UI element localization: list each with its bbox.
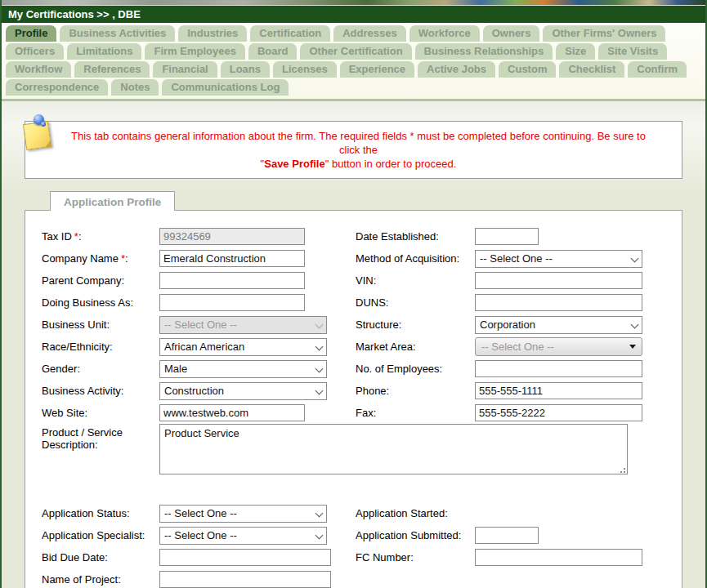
selected-value: -- Select One -- bbox=[481, 341, 554, 353]
duns-label: DUNS: bbox=[356, 296, 475, 309]
selected-value: Construction bbox=[164, 385, 224, 397]
no-of-employees-input[interactable] bbox=[475, 360, 642, 377]
notice-save-profile-text: Save Profile bbox=[264, 158, 324, 170]
tab-row-3: Workflow References Financial Loans Lice… bbox=[6, 61, 702, 78]
chevron-down-icon bbox=[630, 254, 640, 264]
race-ethnicity-select[interactable]: African American bbox=[159, 338, 327, 356]
tab-business-activities[interactable]: Business Activities bbox=[60, 25, 175, 42]
application-specialist-label: Application Specialist: bbox=[42, 529, 159, 541]
note-paper-icon bbox=[23, 121, 51, 150]
row-product-service: Product / Service Description: Product S… bbox=[42, 424, 682, 479]
tab-workforce[interactable]: Workforce bbox=[409, 25, 480, 42]
method-of-acquisition-label: Method of Acquisition: bbox=[356, 252, 475, 265]
row-parent-company-vin: Parent Company: VIN: bbox=[42, 270, 682, 292]
race-ethnicity-label: Race/Ethnicity: bbox=[42, 341, 159, 353]
tab-site-visits[interactable]: Site Visits bbox=[598, 43, 667, 60]
selected-value: -- Select One -- bbox=[164, 529, 237, 541]
row-race-market-area: Race/Ethnicity: African American Market … bbox=[42, 336, 682, 358]
market-area-label: Market Area: bbox=[356, 341, 475, 353]
tab-workflow[interactable]: Workflow bbox=[6, 61, 71, 78]
tab-owners[interactable]: Owners bbox=[483, 25, 540, 42]
gender-label: Gender: bbox=[42, 363, 159, 375]
tab-size[interactable]: Size bbox=[556, 43, 595, 60]
profile-form: Tax ID*: Date Established: Company Name*… bbox=[25, 211, 682, 588]
vin-input[interactable] bbox=[475, 272, 642, 289]
chevron-down-icon bbox=[630, 320, 640, 330]
notice-line-2-rest: " button in order to proceed. bbox=[325, 158, 457, 170]
notice-line-1: This tab contains general information ab… bbox=[60, 129, 657, 157]
row-company-name-method: Company Name*: Method of Acquisition: --… bbox=[42, 247, 682, 270]
name-of-project-label: Name of Project: bbox=[42, 573, 159, 586]
form-section-spacer bbox=[42, 479, 682, 502]
tab-loans[interactable]: Loans bbox=[221, 61, 270, 78]
phone-input[interactable] bbox=[475, 382, 642, 399]
product-service-label: Product / Service Description: bbox=[42, 424, 159, 451]
tab-active-jobs[interactable]: Active Jobs bbox=[418, 61, 495, 78]
application-status-label: Application Status: bbox=[42, 507, 159, 519]
selected-value: -- Select One -- bbox=[164, 507, 237, 519]
web-site-label: Web Site: bbox=[42, 407, 159, 419]
fax-input[interactable] bbox=[475, 404, 642, 421]
web-site-input[interactable] bbox=[159, 404, 305, 421]
row-business-activity-phone: Business Activity: Construction Phone: bbox=[42, 380, 682, 402]
application-specialist-select[interactable]: -- Select One -- bbox=[159, 527, 327, 545]
tab-firm-employees[interactable]: Firm Employees bbox=[145, 43, 244, 60]
tab-experience[interactable]: Experience bbox=[340, 61, 414, 78]
company-name-input[interactable] bbox=[159, 250, 305, 267]
duns-input[interactable] bbox=[475, 294, 642, 311]
product-service-textarea[interactable]: Product Service bbox=[159, 424, 628, 474]
tab-row-4: Correspondence Notes Communications Log bbox=[6, 79, 702, 96]
tab-checklist[interactable]: Checklist bbox=[559, 61, 624, 78]
tab-industries[interactable]: Industries bbox=[178, 25, 247, 42]
row-dba-duns: Doing Business As: DUNS: bbox=[42, 292, 682, 314]
tab-limitations[interactable]: Limitations bbox=[67, 43, 141, 60]
doing-business-as-input[interactable] bbox=[159, 294, 305, 311]
tab-strip: Profile Business Activities Industries C… bbox=[2, 23, 705, 99]
no-of-employees-label: No. of Employees: bbox=[356, 363, 475, 375]
tab-custom[interactable]: Custom bbox=[499, 61, 556, 78]
tab-licenses[interactable]: Licenses bbox=[273, 61, 337, 78]
date-established-input[interactable] bbox=[475, 228, 539, 245]
application-submitted-input[interactable] bbox=[475, 527, 539, 544]
tab-other-certification[interactable]: Other Certification bbox=[300, 43, 411, 60]
tab-correspondence[interactable]: Correspondence bbox=[6, 79, 108, 96]
tab-row-1: Profile Business Activities Industries C… bbox=[6, 25, 702, 42]
application-status-select[interactable]: -- Select One -- bbox=[159, 505, 327, 523]
tab-addresses[interactable]: Addresses bbox=[333, 25, 405, 42]
structure-select[interactable]: Corporation bbox=[475, 316, 642, 334]
tab-communications-log[interactable]: Communications Log bbox=[162, 79, 289, 96]
chevron-down-icon bbox=[315, 364, 324, 374]
row-gender-employees: Gender: Male No. of Employees: bbox=[42, 358, 682, 380]
gender-select[interactable]: Male bbox=[159, 360, 327, 378]
application-profile-panel: Application Profile Tax ID*: Date Establ… bbox=[25, 210, 682, 588]
tab-officers[interactable]: Officers bbox=[6, 43, 64, 60]
tab-confirm[interactable]: Confirm bbox=[628, 61, 687, 78]
application-submitted-label: Application Submitted: bbox=[356, 529, 475, 541]
tab-business-relationships[interactable]: Business Relationships bbox=[415, 43, 553, 60]
tab-board[interactable]: Board bbox=[248, 43, 298, 60]
tax-id-input bbox=[159, 228, 305, 245]
application-window: My Certifications >> , DBE Profile Busin… bbox=[0, 0, 707, 588]
company-name-label: Company Name*: bbox=[42, 252, 159, 265]
tab-notes[interactable]: Notes bbox=[111, 79, 159, 96]
tab-profile[interactable]: Profile bbox=[6, 25, 56, 42]
market-area-dropdown[interactable]: -- Select One -- bbox=[475, 337, 642, 356]
tab-references[interactable]: References bbox=[74, 61, 150, 78]
selected-value: Corporation bbox=[480, 318, 535, 331]
parent-company-input[interactable] bbox=[159, 272, 305, 289]
info-notice-box: This tab contains general information ab… bbox=[25, 121, 682, 179]
business-activity-label: Business Activity: bbox=[42, 385, 159, 397]
business-activity-select[interactable]: Construction bbox=[159, 382, 327, 400]
selected-value: African American bbox=[164, 341, 244, 353]
tab-certification[interactable]: Certification bbox=[250, 25, 330, 42]
triangle-down-icon bbox=[629, 345, 636, 349]
tab-financial[interactable]: Financial bbox=[153, 61, 217, 78]
bid-due-date-input[interactable] bbox=[159, 549, 331, 566]
chevron-down-icon bbox=[315, 386, 324, 396]
fc-number-input[interactable] bbox=[475, 549, 642, 566]
tab-other-firms-owners[interactable]: Other Firms' Owners bbox=[543, 25, 665, 42]
resize-grip-icon[interactable] bbox=[619, 466, 625, 473]
chevron-down-icon bbox=[315, 342, 324, 352]
name-of-project-input[interactable] bbox=[159, 571, 331, 588]
method-of-acquisition-select[interactable]: -- Select One -- bbox=[475, 250, 642, 268]
